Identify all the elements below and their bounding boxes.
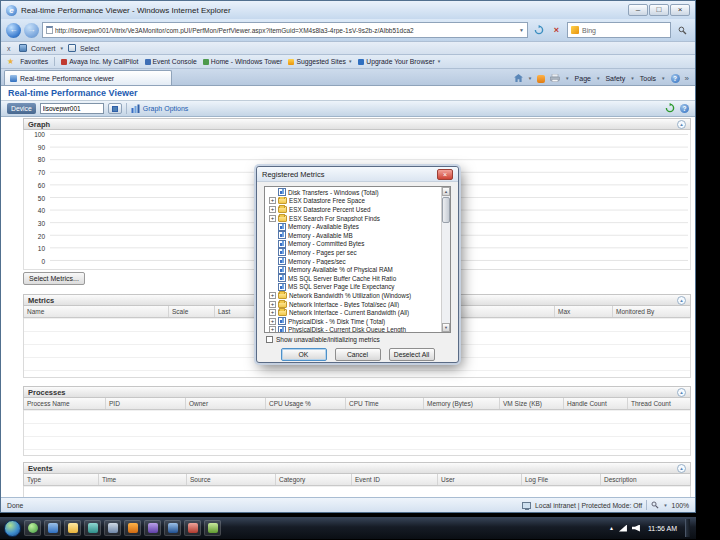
collapse-events-button[interactable]: ▲	[677, 464, 686, 473]
metric-tree-item[interactable]: Memory Available % of Physical RAM	[265, 265, 440, 274]
show-unavailable-checkbox[interactable]	[266, 336, 273, 343]
deselect-all-button[interactable]: Deselect All	[389, 348, 435, 361]
collapse-processes-button[interactable]: ▲	[677, 388, 686, 397]
taskbar-icon[interactable]	[144, 520, 161, 536]
metric-tree-item[interactable]: +Network Interface - Current Bandwidth (…	[265, 308, 440, 317]
refresh-button[interactable]	[531, 23, 546, 38]
expand-icon[interactable]: +	[269, 206, 276, 213]
favorites-button[interactable]: Favorites	[20, 58, 48, 65]
expand-icon[interactable]: +	[269, 318, 276, 325]
help-button[interactable]: ?	[671, 74, 680, 83]
zoom-level[interactable]: 100%	[672, 502, 689, 509]
rss-feed-icon[interactable]	[537, 75, 545, 83]
safety-menu[interactable]: Safety	[605, 75, 625, 82]
metric-tree-item[interactable]: +PhysicalDisk - Current Disk Queue Lengt…	[265, 326, 440, 334]
favorite-link-suggested-sites[interactable]: Suggested Sites ▼	[288, 58, 352, 65]
clock[interactable]: 11:56 AM	[645, 525, 680, 532]
events-section-title: Events	[28, 464, 53, 473]
favorite-label: Avaya Inc. My CallPilot	[69, 58, 138, 65]
search-button[interactable]	[674, 23, 690, 38]
metric-tree-item[interactable]: +PhysicalDisk - % Disk Time ( Total)	[265, 317, 440, 326]
network-icon[interactable]	[619, 525, 627, 532]
favorite-link-home[interactable]: Home - Windows Tower	[203, 58, 283, 65]
device-browse-button[interactable]	[108, 103, 122, 114]
metric-tree-item[interactable]: Memory - Committed Bytes	[265, 240, 440, 249]
toolbar-close-button[interactable]: x	[7, 45, 15, 52]
metric-tree-item[interactable]: MS SQL Server Buffer Cache Hit Ratio	[265, 274, 440, 283]
start-button[interactable]	[4, 520, 21, 537]
print-caret-icon[interactable]: ▼	[565, 76, 569, 81]
taskbar-icon[interactable]	[44, 520, 61, 536]
taskbar-icon[interactable]	[204, 520, 221, 536]
metric-tree-item[interactable]: +ESX Search For Snapshot Finds	[265, 214, 440, 223]
expand-icon[interactable]: +	[269, 292, 276, 299]
favorite-link-upgrade-browser[interactable]: Upgrade Your Browser ▼	[358, 58, 441, 65]
metric-tree-item[interactable]: Memory - Pages/sec	[265, 257, 440, 266]
metric-tree-item[interactable]: +ESX Datastore Free Space	[265, 197, 440, 206]
device-input[interactable]	[40, 103, 104, 114]
status-bar: Done Local intranet | Protected Mode: Of…	[1, 497, 695, 512]
favorite-link-event-console[interactable]: Event Console	[145, 58, 197, 65]
taskbar-icon[interactable]	[184, 520, 201, 536]
home-caret-icon[interactable]: ▼	[528, 76, 532, 81]
stop-button[interactable]: ×	[549, 23, 564, 38]
scroll-thumb[interactable]	[442, 197, 450, 223]
convert-caret-icon[interactable]: ▼	[60, 46, 64, 51]
taskbar-icon[interactable]	[84, 520, 101, 536]
expand-icon[interactable]: +	[269, 326, 276, 333]
metric-tree-item[interactable]: +ESX Datastore Percent Used	[265, 205, 440, 214]
metric-tree-item[interactable]: +Network Interface - Bytes Total/sec (Al…	[265, 300, 440, 309]
expand-icon[interactable]: +	[269, 197, 276, 204]
select-metrics-button[interactable]: Select Metrics...	[23, 272, 85, 285]
home-button[interactable]	[514, 74, 523, 83]
select-button[interactable]: Select	[80, 45, 99, 52]
url-dropdown-icon[interactable]: ▼	[519, 27, 524, 33]
cancel-button[interactable]: Cancel	[335, 348, 381, 361]
ok-button[interactable]: OK	[281, 348, 327, 361]
dialog-close-button[interactable]: ×	[437, 169, 453, 180]
overflow-chevron-icon[interactable]: »	[685, 74, 689, 83]
tray-expand-button[interactable]: ▲	[609, 525, 614, 531]
expand-icon[interactable]: +	[269, 309, 276, 316]
forward-button[interactable]: →	[24, 23, 39, 38]
page-help-button[interactable]: ?	[680, 104, 689, 113]
events-column-header: Log File	[522, 474, 601, 485]
collapse-metrics-button[interactable]: ▲	[677, 296, 686, 305]
collapse-graph-button[interactable]: ▲	[677, 120, 686, 129]
zoom-caret-icon[interactable]: ▼	[663, 503, 667, 508]
favorite-link-avaya[interactable]: Avaya Inc. My CallPilot	[61, 58, 138, 65]
expand-icon[interactable]: +	[269, 215, 276, 222]
scroll-down-button[interactable]: ▼	[442, 323, 450, 332]
graph-options-button[interactable]: Graph Options	[131, 104, 189, 113]
convert-button[interactable]: Convert	[31, 45, 56, 52]
back-button[interactable]: ←	[6, 23, 21, 38]
zoom-magnifier-icon[interactable]	[651, 501, 659, 510]
metric-tree-item[interactable]: Memory - Available MB	[265, 231, 440, 240]
close-button[interactable]: ×	[670, 4, 690, 16]
metric-tree-item[interactable]: Disk Transfers - Windows (Total)	[265, 188, 440, 197]
url-input[interactable]: http://lisovepwr001/Vitrix/Ve3AMonitor/c…	[42, 22, 528, 38]
taskbar-icon[interactable]	[64, 520, 81, 536]
volume-icon[interactable]	[632, 525, 640, 532]
show-desktop-button[interactable]	[685, 519, 690, 537]
expand-icon[interactable]: +	[269, 301, 276, 308]
print-button[interactable]	[550, 74, 560, 83]
page-menu[interactable]: Page	[575, 75, 591, 82]
metric-tree-item[interactable]: MS SQL Server Page Life Expectancy	[265, 283, 440, 292]
taskbar-icon[interactable]	[104, 520, 121, 536]
tab-performance-viewer[interactable]: Real-time Performance viewer	[4, 70, 172, 85]
search-input[interactable]: Bing	[567, 22, 671, 38]
taskbar-icon[interactable]	[24, 520, 41, 536]
maximize-button[interactable]: □	[649, 4, 669, 16]
taskbar-icon[interactable]	[164, 520, 181, 536]
scroll-up-button[interactable]: ▲	[442, 187, 450, 196]
metric-tree-item[interactable]: Memory - Pages per sec	[265, 248, 440, 257]
tools-menu[interactable]: Tools	[640, 75, 656, 82]
metric-tree-item[interactable]: Memory - Available Bytes	[265, 222, 440, 231]
list-scrollbar[interactable]: ▲ ▼	[441, 187, 450, 332]
taskbar-icon[interactable]	[124, 520, 141, 536]
metric-tree-item[interactable]: +Network Bandwidth % Utilization (Window…	[265, 291, 440, 300]
refresh-graph-button[interactable]	[665, 103, 675, 114]
minimize-button[interactable]: –	[628, 4, 648, 16]
metric-label: ESX Datastore Free Space	[289, 197, 365, 204]
